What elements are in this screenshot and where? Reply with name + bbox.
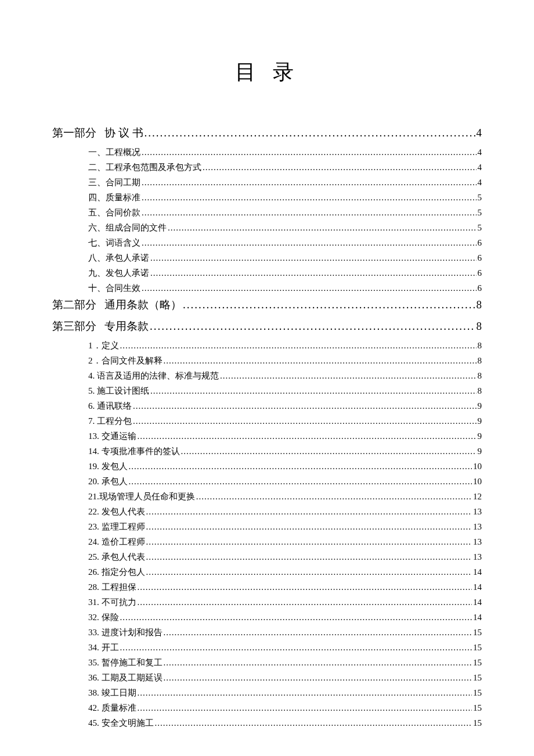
toc-entry: 26. 指定分包人...............................…: [52, 565, 482, 579]
toc-page-number: 9: [478, 399, 482, 413]
toc-label: 2．合同文件及解释: [88, 354, 163, 368]
toc-label: 32. 保险: [88, 610, 119, 624]
toc-page-number: 8: [477, 318, 482, 335]
toc-entry: 28. 工程担保................................…: [52, 580, 482, 594]
toc-leader-dots: ........................................…: [138, 580, 472, 594]
toc-page-number: 6: [478, 266, 482, 280]
toc-page-number: 4: [478, 145, 482, 159]
toc-entry: 2．合同文件及解释...............................…: [52, 354, 482, 368]
toc-entry: 45. 安全文明施工..............................…: [52, 716, 482, 730]
toc-entry: 36. 工期及工期延误.............................…: [52, 671, 482, 685]
toc-entry: 第一部分协 议 书...............................…: [52, 124, 482, 142]
toc-entry: 32. 保险..................................…: [52, 610, 482, 624]
toc-entry: 23. 监理工程师...............................…: [52, 520, 482, 534]
toc-page-number: 5: [478, 206, 482, 219]
toc-page-number: 13: [473, 505, 482, 519]
toc-leader-dots: ........................................…: [120, 640, 472, 654]
toc-leader-dots: ........................................…: [138, 595, 472, 609]
toc-entry: 34. 开工..................................…: [52, 640, 482, 654]
toc-page-number: 10: [473, 474, 482, 488]
toc-entry: 13. 交通运输................................…: [52, 429, 482, 443]
toc-label: 23. 监理工程师: [88, 520, 145, 534]
toc-leader-dots: ........................................…: [155, 716, 472, 730]
toc-leader-dots: ........................................…: [133, 399, 477, 413]
toc-entry: 31. 不可抗力................................…: [52, 595, 482, 609]
toc-label: 22. 发包人代表: [88, 505, 145, 519]
toc-label: 1．定义: [88, 339, 119, 352]
toc-page-number: 10: [473, 459, 482, 473]
toc-page-number: 15: [473, 671, 482, 685]
toc-page-number: 15: [473, 640, 482, 654]
toc-label: 35. 暂停施工和复工: [88, 656, 163, 669]
toc-part-title: 通用条款（略）: [104, 298, 182, 311]
toc-label: 31. 不可抗力: [88, 595, 136, 609]
toc-label: 5. 施工设计图纸: [88, 384, 149, 398]
toc-entry: 42. 质量标准................................…: [52, 701, 482, 715]
toc-page-number: 5: [478, 190, 482, 204]
toc-part-title: 专用条款: [104, 320, 149, 332]
toc-leader-dots: ........................................…: [164, 354, 477, 368]
toc-label: 26. 指定分包人: [88, 565, 145, 579]
toc-page-number: 6: [478, 251, 482, 265]
toc-page-number: 15: [473, 686, 482, 700]
toc-page-number: 13: [473, 550, 482, 564]
toc-label: 六、组成合同的文件: [88, 221, 167, 235]
toc-entry: 22. 发包人代表...............................…: [52, 505, 482, 519]
toc-entry: 五、合同价款..................................…: [52, 206, 482, 219]
toc-entry: 7. 工程分包.................................…: [52, 414, 482, 428]
toc-page-number: 15: [473, 656, 482, 669]
toc-leader-dots: ........................................…: [120, 339, 477, 352]
toc-label: 24. 造价工程师: [88, 535, 145, 549]
toc-label: 42. 质量标准: [88, 701, 136, 715]
toc-label: 45. 安全文明施工: [88, 716, 154, 730]
toc-entry: 4. 语言及适用的法律、标准与规范.......................…: [52, 369, 482, 383]
toc-entry: 33. 进度计划和报告.............................…: [52, 625, 482, 639]
toc-leader-dots: ........................................…: [138, 686, 472, 700]
toc-leader-dots: ........................................…: [150, 251, 477, 265]
toc-entry: 24. 造价工程师...............................…: [52, 535, 482, 549]
toc-leader-dots: ........................................…: [129, 459, 472, 473]
toc-leader-dots: ........................................…: [203, 160, 477, 174]
toc-label: 八、承包人承诺: [88, 251, 149, 265]
toc-page-number: 4: [478, 175, 482, 189]
toc-entry: 20. 承包人.................................…: [52, 474, 482, 488]
toc-leader-dots: ........................................…: [138, 701, 472, 715]
toc-entry: 第二部分通用条款（略）.............................…: [52, 296, 482, 314]
toc-leader-dots: ........................................…: [120, 610, 472, 624]
toc-leader-dots: ........................................…: [142, 281, 477, 295]
toc-leader-dots: ........................................…: [142, 175, 477, 189]
toc-entry: 5. 施工设计图纸...............................…: [52, 384, 482, 398]
toc-label: 五、合同价款: [88, 206, 140, 219]
toc-entry: 三、合同工期..................................…: [52, 175, 482, 189]
toc-page-number: 13: [473, 520, 482, 534]
toc-label: 14. 专项批准事件的签认: [88, 444, 180, 458]
toc-page-number: 8: [478, 369, 482, 383]
toc-entry: 二、工程承包范围及承包方式...........................…: [52, 160, 482, 174]
toc-entry: 21.现场管理人员任命和更换..........................…: [52, 489, 482, 503]
toc-page-number: 6: [478, 281, 482, 295]
toc-leader-dots: ........................................…: [164, 671, 472, 685]
toc-leader-dots: ........................................…: [146, 505, 472, 519]
toc-label: 第二部分通用条款（略）: [52, 296, 182, 314]
toc-page-number: 4: [477, 124, 482, 142]
toc-label: 19. 发包人: [88, 459, 128, 473]
toc-label: 20. 承包人: [88, 474, 128, 488]
toc-page-number: 8: [478, 354, 482, 368]
toc-page-number: 14: [473, 565, 482, 579]
toc-leader-dots: ........................................…: [146, 520, 472, 534]
toc-page-number: 9: [478, 444, 482, 458]
toc-page-number: 14: [473, 580, 482, 594]
toc-page-number: 8: [477, 296, 482, 314]
toc-page-number: 9: [478, 414, 482, 428]
toc-label: 第一部分协 议 书: [52, 124, 143, 142]
toc-part-label: 第一部分: [52, 127, 96, 139]
toc-entry: 1．定义....................................…: [52, 339, 482, 352]
toc-entry: 七、词语含义..................................…: [52, 236, 482, 250]
toc-part-label: 第三部分: [52, 320, 96, 332]
toc-label: 4. 语言及适用的法律、标准与规范: [88, 369, 219, 383]
toc-leader-dots: ........................................…: [146, 535, 472, 549]
toc-label: 13. 交通运输: [88, 429, 136, 443]
toc-leader-dots: ........................................…: [133, 414, 477, 428]
toc-page-number: 6: [478, 236, 482, 250]
toc-page-number: 8: [478, 339, 482, 352]
